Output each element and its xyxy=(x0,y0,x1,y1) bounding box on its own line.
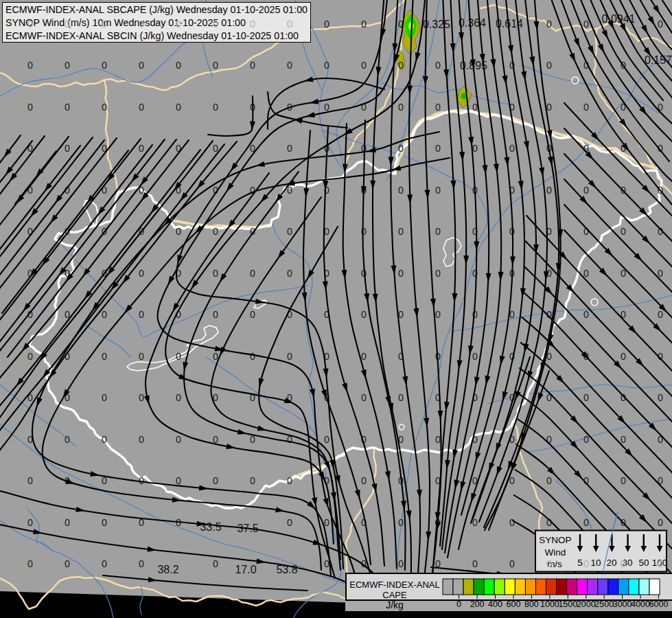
svg-text:0: 0 xyxy=(658,19,663,30)
svg-text:0: 0 xyxy=(287,60,292,71)
svg-text:0: 0 xyxy=(65,558,70,569)
svg-text:0: 0 xyxy=(250,268,255,279)
svg-text:1000: 1000 xyxy=(540,599,559,609)
svg-text:0: 0 xyxy=(250,309,255,320)
svg-text:0: 0 xyxy=(361,351,367,362)
svg-text:0: 0 xyxy=(27,102,33,113)
svg-text:0: 0 xyxy=(435,185,441,196)
svg-text:0: 0 xyxy=(139,351,144,362)
svg-text:0: 0 xyxy=(658,309,663,320)
svg-text:0: 0 xyxy=(139,475,144,486)
svg-text:0: 0 xyxy=(398,558,404,569)
svg-text:0: 0 xyxy=(176,475,181,486)
svg-text:0: 0 xyxy=(361,60,367,71)
svg-text:600: 600 xyxy=(507,599,521,609)
svg-text:CAPE: CAPE xyxy=(382,590,407,600)
svg-text:0: 0 xyxy=(139,392,144,403)
svg-text:0: 0 xyxy=(250,60,255,71)
svg-text:0: 0 xyxy=(324,19,329,30)
svg-text:0: 0 xyxy=(583,185,589,196)
svg-text:10: 10 xyxy=(590,558,601,568)
svg-text:0: 0 xyxy=(361,392,367,403)
svg-text:0: 0 xyxy=(102,18,107,30)
svg-text:0: 0 xyxy=(361,475,367,486)
svg-text:0: 0 xyxy=(213,558,218,569)
svg-text:0: 0 xyxy=(102,102,107,113)
svg-text:0: 0 xyxy=(658,392,663,403)
svg-text:3000: 3000 xyxy=(613,599,632,609)
svg-text:0: 0 xyxy=(176,351,181,362)
svg-text:0: 0 xyxy=(213,268,218,279)
svg-text:0: 0 xyxy=(287,226,292,237)
svg-text:0: 0 xyxy=(139,434,144,445)
svg-text:0: 0 xyxy=(65,102,70,113)
svg-text:0: 0 xyxy=(435,143,441,154)
svg-text:0: 0 xyxy=(583,268,589,279)
svg-text:0: 0 xyxy=(621,351,626,362)
svg-text:0: 0 xyxy=(546,475,552,486)
svg-text:0: 0 xyxy=(398,517,404,528)
svg-text:0: 0 xyxy=(435,434,441,445)
svg-text:0: 0 xyxy=(176,18,181,30)
svg-text:0: 0 xyxy=(435,309,441,320)
svg-text:0: 0 xyxy=(27,60,33,71)
svg-text:0: 0 xyxy=(287,475,292,486)
svg-text:0: 0 xyxy=(213,226,218,237)
svg-text:0: 0 xyxy=(213,102,218,113)
svg-text:0: 0 xyxy=(398,143,404,154)
svg-text:0: 0 xyxy=(398,102,404,113)
svg-text:SYNOP Wind (m/s) 10m Wednesday: SYNOP Wind (m/s) 10m Wednesday 01-10-202… xyxy=(5,16,246,28)
svg-text:0: 0 xyxy=(509,475,515,486)
svg-text:0: 0 xyxy=(583,309,589,320)
svg-text:0: 0 xyxy=(102,309,107,320)
svg-text:0: 0 xyxy=(139,143,144,154)
svg-text:0: 0 xyxy=(139,268,144,279)
svg-text:0: 0 xyxy=(65,434,70,445)
svg-text:0: 0 xyxy=(435,268,441,279)
svg-text:ECMWF-INDEX-ANAL SBCIN (J/kg): ECMWF-INDEX-ANAL SBCIN (J/kg) Wednesday … xyxy=(5,30,299,41)
svg-text:0: 0 xyxy=(213,475,218,486)
svg-text:0: 0 xyxy=(324,102,329,113)
svg-text:0: 0 xyxy=(583,392,589,403)
svg-text:0: 0 xyxy=(621,434,626,445)
svg-text:0: 0 xyxy=(176,60,181,71)
svg-text:0: 0 xyxy=(65,60,70,71)
svg-text:0: 0 xyxy=(546,185,552,196)
svg-text:0: 0 xyxy=(27,18,33,30)
svg-text:0: 0 xyxy=(361,19,367,30)
svg-text:0: 0 xyxy=(472,102,478,113)
svg-text:0: 0 xyxy=(658,558,663,569)
svg-text:0: 0 xyxy=(324,226,329,237)
svg-text:0: 0 xyxy=(287,351,292,362)
svg-text:0: 0 xyxy=(65,143,70,154)
svg-text:2500: 2500 xyxy=(594,599,614,609)
svg-text:0: 0 xyxy=(398,185,404,196)
svg-text:0: 0 xyxy=(176,102,181,113)
svg-text:0: 0 xyxy=(472,143,478,154)
svg-text:0: 0 xyxy=(546,60,552,71)
svg-text:0: 0 xyxy=(102,434,107,445)
svg-text:Wind: Wind xyxy=(545,547,566,558)
svg-text:0: 0 xyxy=(139,102,144,113)
svg-text:0: 0 xyxy=(250,475,255,486)
svg-text:200: 200 xyxy=(470,599,485,609)
svg-text:0: 0 xyxy=(250,18,255,30)
svg-text:0: 0 xyxy=(398,392,404,403)
svg-text:0: 0 xyxy=(27,558,33,569)
svg-text:0: 0 xyxy=(621,226,626,237)
svg-text:0: 0 xyxy=(102,60,107,71)
svg-text:0: 0 xyxy=(621,558,626,569)
svg-text:SYNOP: SYNOP xyxy=(539,535,571,545)
svg-text:0: 0 xyxy=(102,351,107,362)
svg-text:0: 0 xyxy=(398,268,404,279)
svg-text:4000: 4000 xyxy=(631,599,650,609)
svg-text:0: 0 xyxy=(139,18,144,30)
svg-text:0: 0 xyxy=(324,558,329,569)
svg-text:0: 0 xyxy=(213,309,218,320)
svg-text:20: 20 xyxy=(606,558,616,568)
svg-text:0: 0 xyxy=(65,517,70,528)
svg-text:0: 0 xyxy=(472,351,478,362)
svg-text:0: 0 xyxy=(621,475,626,486)
svg-text:1500: 1500 xyxy=(558,599,577,609)
svg-text:0: 0 xyxy=(509,517,515,528)
